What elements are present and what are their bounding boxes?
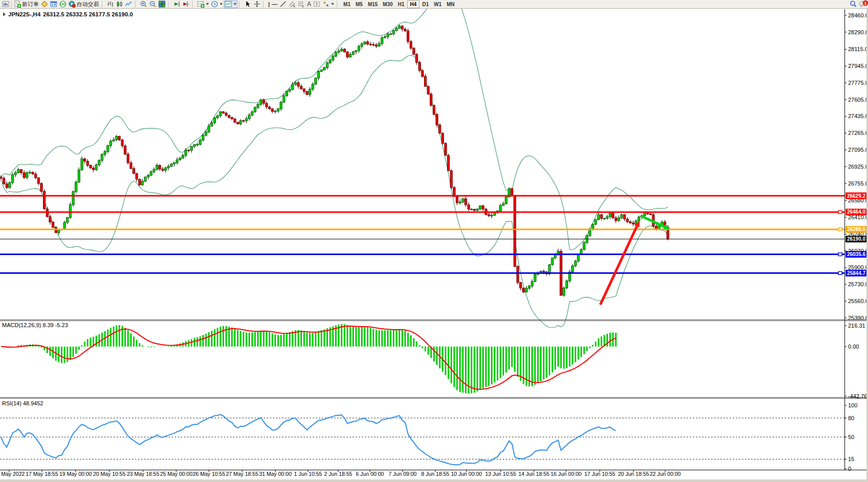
crosshair-icon [253, 1, 261, 8]
notification-badge: 1 [862, 0, 868, 6]
candle [17, 170, 19, 173]
candle [9, 182, 11, 188]
candle [381, 38, 383, 43]
tab-m5[interactable]: M5 [353, 1, 365, 8]
candle [153, 169, 155, 172]
candle [378, 43, 380, 46]
candle [407, 31, 409, 41]
candle [387, 34, 389, 37]
candle [37, 178, 39, 183]
templates-button[interactable] [224, 1, 238, 8]
candle [300, 86, 302, 89]
hline-handle[interactable] [838, 228, 842, 231]
equidistant-channel-button[interactable]: E [288, 1, 297, 8]
candle [352, 52, 354, 54]
candle [306, 91, 308, 95]
tab-mn[interactable]: MN [444, 1, 457, 8]
svg-text:27605.0: 27605.0 [848, 97, 868, 103]
svg-text:0.00: 0.00 [848, 343, 859, 350]
candle [551, 258, 553, 265]
candle [271, 109, 273, 111]
metaeditor-button[interactable] [40, 1, 49, 8]
candle [326, 63, 328, 67]
candle [217, 116, 219, 118]
candle [112, 140, 114, 141]
signals-button[interactable] [58, 1, 67, 8]
candle [243, 121, 245, 121]
candle [297, 83, 299, 86]
tab-h4[interactable]: H4 [407, 1, 420, 8]
toolbar-grip [192, 1, 195, 8]
vertical-line-button[interactable]: | [267, 1, 271, 8]
zoom-out-button[interactable] [148, 1, 157, 8]
candle [196, 145, 198, 145]
candle [58, 229, 60, 233]
horizontal-line-button[interactable]: — [271, 1, 278, 8]
trendline-button[interactable] [278, 1, 288, 8]
new-chart-button[interactable] [1, 1, 10, 8]
candle [465, 199, 467, 205]
bar-chart-button[interactable] [106, 1, 115, 8]
new-order-icon [14, 1, 21, 8]
zoom-in-button[interactable] [139, 1, 148, 8]
candle [505, 197, 507, 203]
candle-chart-button[interactable] [115, 1, 124, 8]
autotrading-button[interactable]: 自动交易 [67, 1, 100, 8]
indicators-button[interactable] [196, 1, 210, 8]
zoom-out-icon [149, 1, 156, 8]
candle [317, 72, 319, 78]
date-label: 19 May 00:00 [59, 471, 92, 477]
fibonacci-button[interactable]: F [297, 1, 306, 8]
candle [286, 91, 288, 96]
candle [193, 145, 195, 146]
svg-text:E: E [293, 5, 295, 8]
candle [346, 52, 348, 57]
tab-m15[interactable]: M15 [365, 1, 380, 8]
candle [366, 42, 368, 44]
tab-w1[interactable]: W1 [431, 1, 444, 8]
hline-handle[interactable] [838, 271, 842, 274]
chart-shift-button[interactable] [181, 1, 191, 8]
candle [89, 165, 91, 168]
date-label: 25 May 00:00 [160, 471, 193, 477]
new-order-button[interactable]: 新订单 [13, 1, 40, 8]
auto-scroll-button[interactable] [172, 1, 181, 8]
horizontal-line-icon: — [272, 1, 277, 8]
candle [205, 132, 207, 135]
line-chart-button[interactable] [124, 1, 133, 8]
candle [280, 102, 282, 109]
svg-text:216.31: 216.31 [848, 323, 865, 329]
candle [210, 123, 213, 126]
candle [133, 169, 135, 174]
text-button[interactable]: A [306, 1, 312, 8]
tab-m30[interactable]: M30 [380, 1, 395, 8]
candle-chart-icon [116, 1, 123, 8]
candle [427, 86, 429, 94]
market-watch-button[interactable] [49, 1, 58, 8]
svg-text:28115.0: 28115.0 [848, 46, 868, 52]
crosshair-button[interactable] [252, 1, 262, 8]
notifications-button[interactable]: 1 [858, 1, 867, 8]
date-axis[interactable]: 16 May 202217 May 18:5519 May 00:0020 Ma… [0, 470, 681, 477]
hline-handle[interactable] [838, 253, 842, 256]
arrows-tool-button[interactable] [321, 1, 335, 8]
candle [355, 51, 357, 52]
candle [225, 113, 227, 115]
tab-m1[interactable]: M1 [341, 1, 353, 8]
hline-handle[interactable] [838, 211, 842, 214]
candle [75, 182, 77, 191]
candle [543, 271, 545, 272]
cursor-button[interactable] [243, 1, 252, 8]
tab-h1[interactable]: H1 [395, 1, 407, 8]
candle [84, 159, 86, 162]
search-button[interactable] [849, 1, 858, 8]
tile-windows-button[interactable] [157, 1, 167, 8]
chart-canvas[interactable]: 28460.028290.028115.027945.027775.027605… [0, 9, 868, 482]
cursor-icon [244, 1, 251, 8]
candle [187, 150, 190, 151]
periods-button[interactable] [210, 1, 224, 8]
tab-d1[interactable]: D1 [419, 1, 431, 8]
candle [268, 107, 270, 109]
candle [185, 150, 187, 155]
text-label-button[interactable]: T [312, 1, 321, 8]
